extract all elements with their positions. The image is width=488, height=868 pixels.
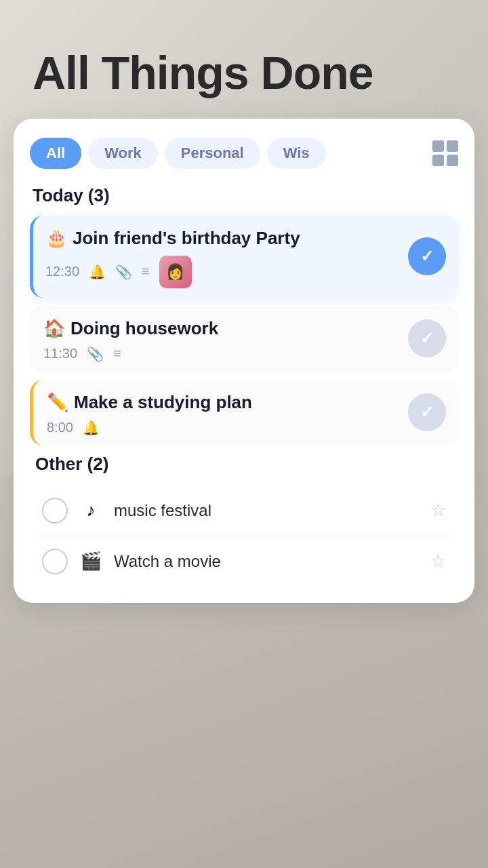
- filter-tabs: All Work Personal Wis: [30, 138, 458, 169]
- list-icon: ≡: [142, 264, 150, 279]
- tab-work[interactable]: Work: [88, 138, 158, 169]
- task-birthday-meta: 12:30 🔔 📎 ≡ 👩: [45, 256, 445, 288]
- task-study: ✏️ Make a studying plan 8:00 🔔 ✓: [30, 380, 458, 446]
- list-icon-2: ≡: [113, 346, 121, 361]
- attachment-icon-2: 📎: [87, 346, 104, 362]
- tab-wishlist[interactable]: Wis: [267, 138, 326, 169]
- main-card: All Work Personal Wis Today (3) 🎂 Join f…: [14, 119, 474, 603]
- circle-check-music[interactable]: [42, 498, 68, 524]
- task-study-title: ✏️ Make a studying plan: [47, 392, 445, 413]
- checkmark-icon-2: ✓: [420, 329, 434, 348]
- star-icon-movie[interactable]: ☆: [430, 551, 446, 572]
- circle-check-movie[interactable]: [42, 549, 68, 574]
- bell-icon: 🔔: [89, 264, 106, 280]
- today-section-heading: Today (3): [30, 185, 458, 206]
- task-housework-time: 11:30: [43, 346, 77, 361]
- task-birthday-title: 🎂 Join friend's birthday Party: [45, 228, 445, 249]
- attachment-icon: 📎: [115, 264, 132, 280]
- task-birthday-time: 12:30: [45, 264, 79, 279]
- task-birthday-check[interactable]: ✓: [408, 237, 446, 275]
- other-item-music-label: music festival: [114, 501, 420, 520]
- checkmark-icon: ✓: [420, 247, 434, 266]
- other-item-music: ♪ music festival ☆: [35, 486, 453, 536]
- task-study-time: 8:00: [47, 420, 73, 435]
- task-housework-meta: 11:30 📎 ≡: [43, 346, 445, 362]
- task-housework-title: 🏠 Doing housework: [43, 318, 445, 339]
- bell-icon-2: 🔔: [83, 420, 100, 436]
- other-section: Other (2) ♪ music festival ☆ 🎬 Watch a m…: [30, 454, 458, 587]
- other-section-heading: Other (2): [35, 454, 453, 475]
- task-birthday: 🎂 Join friend's birthday Party 12:30 🔔 📎…: [30, 216, 458, 298]
- checkmark-icon-3: ✓: [420, 403, 434, 422]
- star-icon-music[interactable]: ☆: [430, 500, 446, 521]
- other-item-movie: 🎬 Watch a movie ☆: [35, 536, 453, 587]
- tab-all[interactable]: All: [30, 138, 81, 169]
- task-study-emoji: ✏️: [47, 392, 68, 413]
- movie-icon: 🎬: [79, 551, 103, 572]
- grid-view-button[interactable]: [432, 140, 458, 166]
- task-study-check[interactable]: ✓: [408, 393, 446, 431]
- task-birthday-emoji: 🎂: [45, 228, 67, 249]
- task-birthday-thumbnail: 👩: [159, 256, 192, 288]
- task-study-meta: 8:00 🔔: [47, 420, 445, 436]
- app-title: All Things Done: [0, 0, 488, 119]
- task-housework-emoji: 🏠: [43, 318, 65, 339]
- task-housework: 🏠 Doing housework 11:30 📎 ≡ ✓: [30, 306, 458, 372]
- music-icon: ♪: [79, 500, 103, 521]
- other-item-movie-label: Watch a movie: [114, 552, 420, 571]
- task-housework-check[interactable]: ✓: [408, 319, 446, 357]
- tab-personal[interactable]: Personal: [165, 138, 260, 169]
